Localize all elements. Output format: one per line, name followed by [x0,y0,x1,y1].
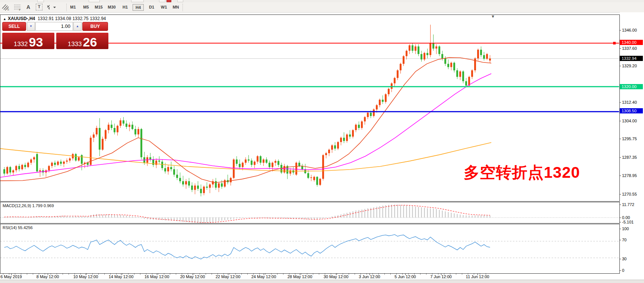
time-axis-label: 28 May 12:00 [288,274,313,279]
time-minor-tick [212,273,212,274]
ask-price-tile[interactable]: 1333 26 [56,33,108,49]
price-axis-label: 11.772 [622,202,634,207]
time-minor-tick [33,273,33,274]
time-minor-tick [390,273,391,274]
time-minor-tick [384,273,385,274]
symbol-period: XAUUSD-,H4 [8,16,35,21]
timeframe-button-MN[interactable]: MN [171,4,180,10]
time-minor-tick [134,273,134,274]
time-minor-tick [98,273,99,274]
time-axis-label: 20 May 12:00 [180,274,205,279]
time-axis-label: 30 May 12:00 [324,274,349,279]
equidistant-channel-icon[interactable]: E [1,3,10,11]
time-minor-tick [206,273,206,274]
price-axis-label: 0.00 [622,215,630,220]
axis-tick [619,66,621,66]
price-axis-label: 1346.00 [622,28,637,32]
rsi-panel[interactable]: RSI(14) 55.4256 [0,224,620,274]
time-minor-tick [170,273,170,274]
time-minor-tick [355,273,355,274]
timeframe-button-M15[interactable]: M15 [93,4,104,10]
ma-slow-line[interactable] [0,142,491,171]
time-axis-label: 14 May 12:00 [109,274,134,279]
price-badge: 1308.50 [620,108,643,113]
macd-signal-line [4,205,490,223]
quote-open: 1332.91 [38,16,54,21]
axis-tick [619,102,621,103]
text-icon[interactable]: A [24,3,33,11]
axis-tick [619,157,621,158]
time-axis-label: 10 May 12:00 [73,274,98,279]
macd-panel[interactable]: MACD(12,26,9) 1.799 0.969 [0,202,620,223]
sell-button[interactable]: SELL [2,22,26,31]
price-axis-label: 1337.60 [622,46,637,51]
time-minor-tick [140,273,140,274]
axis-tick [619,259,621,259]
time-axis-label: 8 May 12:00 [37,274,59,279]
time-minor-tick [104,273,105,274]
bid-price-pips: 93 [29,37,43,47]
axis-tick [619,30,621,30]
quote-header: ▲XAUUSD-,H4 1332.91 1334.08 1332.75 1332… [3,16,106,21]
time-minor-tick [283,273,283,274]
label-icon[interactable]: T [35,3,44,11]
price-axis-label: 1329.20 [622,64,637,68]
time-axis-label: 6 May 2019 [0,274,22,279]
time-minor-tick [63,273,63,274]
axis-tick [619,222,621,222]
timeframe-button-D1[interactable]: D1 [147,4,156,10]
fibonacci-icon[interactable]: F [13,3,22,11]
timeframe-button-W1[interactable]: W1 [159,4,169,10]
time-minor-tick [426,273,426,274]
time-axis-label: 5 Jun 12:00 [394,274,416,279]
quote-high: 1334.08 [55,16,71,21]
axis-tick [619,176,621,176]
price-axis-label: 1287.35 [622,155,637,160]
axis-tick [619,229,621,229]
time-axis-label: 22 May 12:00 [216,274,241,279]
toolbar-separator [66,4,67,11]
collapse-arrow-icon[interactable]: ▲ [3,17,6,21]
price-axis-label: 70 [622,238,626,242]
one-click-trading-widget: SELL ▼ 1.00 ▲ BUY 1332 93 1333 26 [2,21,108,49]
macd-chart [0,202,619,223]
time-axis-label: 24 May 12:00 [251,274,276,279]
price-axis-label: -5.101 [622,220,634,224]
timeframe-button-M30[interactable]: M30 [106,4,117,10]
price-badge: 1332.94 [620,56,643,61]
time-minor-tick [456,273,456,274]
timeframe-button-M1[interactable]: M1 [69,4,77,10]
time-minor-tick [69,273,69,274]
volume-input[interactable]: 1.00 [35,22,73,31]
volume-increase-button[interactable]: ▲ [73,22,82,31]
bid-price-tile[interactable]: 1332 93 [2,33,54,49]
chart-shift-marker-icon[interactable]: ▼ [491,14,495,19]
svg-text:F: F [19,9,20,11]
quote-close: 1332.94 [90,16,106,21]
time-axis-label: 16 May 12:00 [145,274,169,279]
price-axis-label: 30 [622,257,626,261]
timeframe-button-H1[interactable]: H1 [121,4,129,10]
hline-drag-handle[interactable] [613,42,616,45]
time-minor-tick [27,273,27,274]
shapes-icon[interactable] [45,3,57,11]
price-badge: 1320.00 [620,84,643,89]
time-minor-tick [241,273,242,274]
price-axis-label: 0 [622,268,624,273]
time-minor-tick [462,273,462,274]
price-axis-label: 1304.00 [622,119,637,123]
axis-tick [619,205,621,205]
buy-button[interactable]: BUY [82,22,108,31]
ask-price-pips: 26 [83,37,97,47]
volume-decrease-button[interactable]: ▼ [27,22,35,31]
price-axis-label: 1312.40 [622,100,637,104]
svg-text:E: E [7,8,9,11]
time-axis-label: 7 Jun 12:00 [430,274,452,279]
price-axis-label: 1295.75 [622,136,637,141]
time-minor-tick [349,273,349,274]
time-axis[interactable]: 6 May 2019 8 May 12:00 10 May 12:00 14 M… [0,274,644,280]
timeframe-button-H4[interactable]: H4 [133,4,144,11]
price-axis-label: 1278.95 [622,173,637,178]
timeframe-button-M5[interactable]: M5 [82,4,90,10]
price-axis[interactable]: 1346.00 1337.60 1329.20 1312.40 1304.00 … [620,12,644,280]
